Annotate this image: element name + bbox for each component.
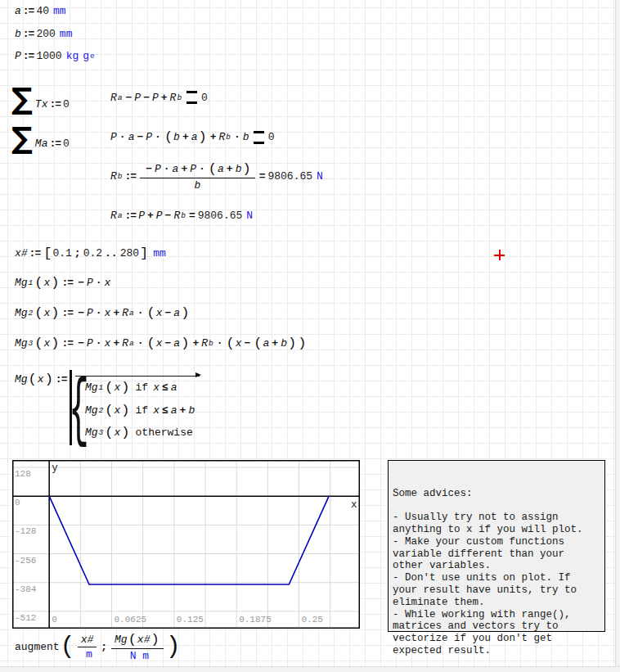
summation-icon: ∑ (11, 124, 33, 152)
piecewise-case-1: Mg1(x)ifx≤a (85, 380, 177, 395)
result-rb[interactable]: Rb:=−P·a+P·(a+b)b=9806.65N (110, 161, 323, 192)
svg-text:0.125: 0.125 (177, 615, 204, 625)
svg-text:0.25: 0.25 (302, 615, 323, 625)
definition-xrange[interactable]: x#:=[0.1;0.2..280]mm (15, 246, 166, 261)
result-ra[interactable]: Ra:=P+P−Rb=9806.65N (110, 210, 253, 222)
equation-forces[interactable]: Ra−P−P+Rb0 (110, 91, 208, 104)
definition-a[interactable]: a:=40mm (15, 5, 66, 17)
sum-moments-a-label: Ma:=0 (35, 138, 70, 150)
function-mg3[interactable]: Mg3(x):=−P·x+Ra·(x−a)+Rb·(x−(a+b)) (15, 336, 307, 351)
svg-text:-384: -384 (15, 584, 37, 594)
page-right-margin (615, 0, 620, 672)
sum-forces-x[interactable]: ∑ Tx:=0 (11, 85, 70, 113)
svg-text:x: x (351, 499, 357, 511)
summation-icon: ∑ (11, 85, 33, 113)
function-mg2[interactable]: Mg2(x):=−P·x+Ra·(x−a) (15, 305, 190, 321)
svg-text:0.1875: 0.1875 (239, 615, 272, 625)
xy-plot[interactable]: 1280-128-256-384-51200.06250.1250.18750.… (12, 460, 360, 629)
augment-expression[interactable]: augment(x#m;Mg(x#)N m) (15, 630, 182, 663)
worksheet[interactable]: a:=40mm b:=200mm P:=1000kgge ∑ Tx:=0 Ra−… (0, 0, 620, 672)
svg-text:y: y (52, 462, 58, 474)
page-bottom-margin (0, 666, 620, 672)
sum-forces-x-label: Tx:=0 (35, 98, 70, 110)
equation-moments[interactable]: P·a−P·(b+a)+Rb·b0 (110, 129, 274, 145)
line-arrow-icon (75, 376, 200, 377)
sum-moments-a[interactable]: ∑ Ma:=0 (11, 124, 70, 152)
svg-text:0: 0 (52, 615, 57, 625)
function-mg-piecewise[interactable]: Mg(x):= { Mg1(x)ifx≤a Mg2(x)ifx≤a+b Mg3(… (15, 368, 260, 447)
function-mg1[interactable]: Mg1(x):=−P·x (15, 275, 110, 291)
advices-text: - Usually try not to assign anything to … (393, 512, 583, 656)
svg-text:-512: -512 (15, 613, 36, 623)
piecewise-lhs: Mg(x):= (15, 372, 69, 387)
piecewise-case-2: Mg2(x)ifx≤a+b (85, 403, 195, 418)
svg-text:0: 0 (15, 498, 20, 507)
svg-text:128: 128 (15, 469, 31, 479)
insertion-cursor-icon (494, 250, 505, 260)
definition-b[interactable]: b:=200mm (15, 28, 72, 40)
advices-note-box[interactable]: Some advices: - Usually try not to assig… (388, 460, 605, 632)
definition-p[interactable]: P:=1000kgge (15, 50, 95, 62)
svg-text:0.0625: 0.0625 (115, 615, 147, 625)
svg-text:-256: -256 (15, 556, 36, 566)
piecewise-case-3: Mg3(x)otherwise (85, 425, 198, 440)
svg-text:-128: -128 (15, 526, 36, 536)
advices-title: Some advices: (393, 488, 600, 500)
